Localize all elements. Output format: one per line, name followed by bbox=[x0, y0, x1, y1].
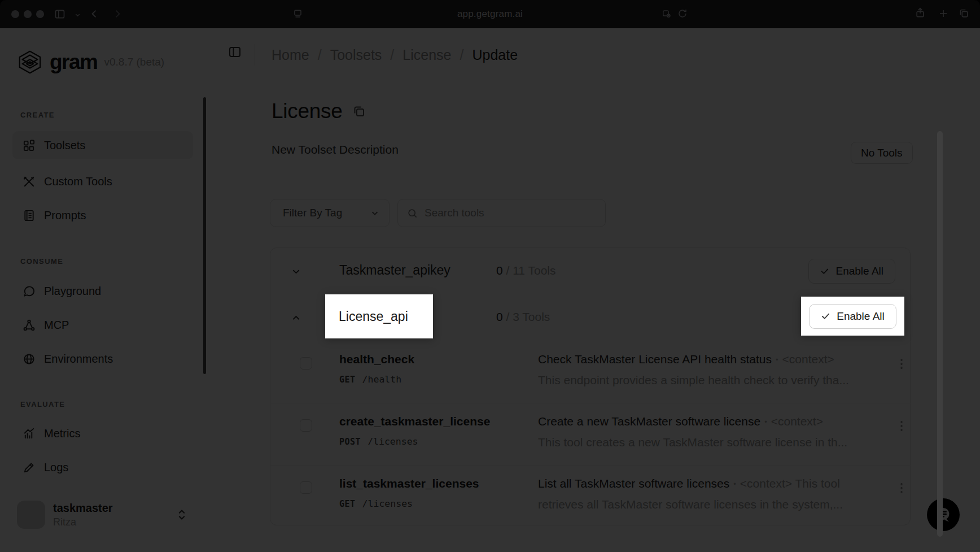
page-scrollbar[interactable] bbox=[937, 131, 943, 537]
enable-all-button-highlighted[interactable]: Enable All bbox=[809, 304, 896, 329]
check-icon bbox=[821, 311, 830, 321]
highlighted-group-name: License_api bbox=[339, 309, 408, 324]
spotlight-license-api: License_api bbox=[325, 294, 433, 338]
spotlight-enable-all: Enable All bbox=[801, 297, 904, 336]
tour-dim-overlay bbox=[0, 0, 980, 552]
